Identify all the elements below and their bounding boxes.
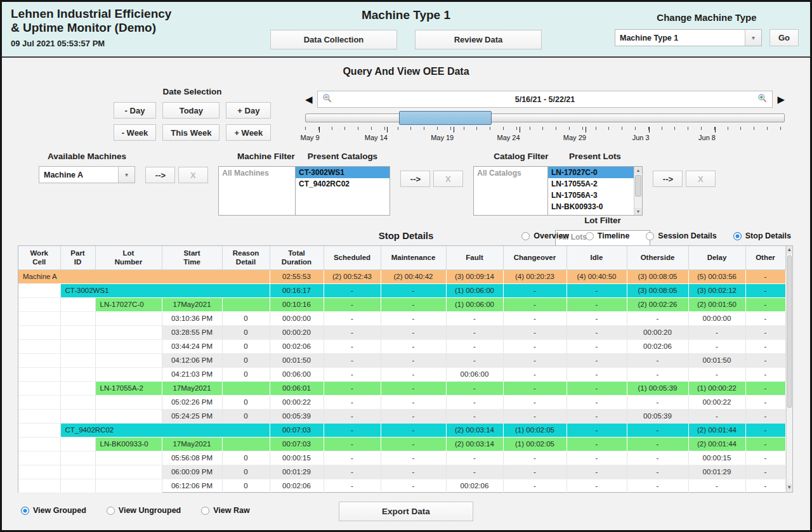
table-row-machine[interactable]: Machine A02:55:53(2) 00:52:43(2) 00:40:4… [18,269,785,283]
date-button-day[interactable]: - Day [114,102,157,119]
table-scrollbar[interactable]: ▲ ▼ [786,246,793,492]
list-item[interactable]: LN-17055A-2 [548,178,634,190]
table-cell: - [324,367,381,381]
chevron-down-icon[interactable]: ▾ [745,30,761,46]
lot-move-button[interactable]: --> [653,171,683,187]
timeline-axis-label: Jun 3 [641,127,658,141]
table-cell: - [627,353,688,367]
go-button[interactable]: Go [769,29,799,46]
table-row-detail[interactable]: 05:02:26 PM000:00:22------00:00:22- [18,395,785,409]
table-cell: (1) 00:05:39 [627,381,688,395]
table-cell: - [503,283,566,297]
table-row-detail[interactable]: 03:28:55 PM000:00:20-----00:00:20-- [18,325,785,339]
radio-view-raw[interactable]: View Raw [201,506,249,515]
table-row-detail[interactable]: 06:00:09 PM000:01:29------00:01:29- [18,465,785,479]
list-item[interactable]: LN-17027C-0 [548,167,634,178]
scroll-thumb[interactable] [787,256,792,408]
zoom-in-icon[interactable] [757,93,768,106]
table-cell: - [381,465,446,479]
table-cell: (2) 00:52:43 [324,269,381,283]
app-title: Lehnen Industrial Efficiency & Uptime Mo… [11,7,171,48]
scroll-up-icon[interactable]: ▲ [787,246,793,254]
table-row-detail[interactable]: 06:12:06 PM000:02:06--00:02:06----- [18,479,785,493]
table-cell: - [566,353,627,367]
timeline-axis-label: May 29 [575,127,598,141]
chevron-down-icon[interactable]: ▾ [118,167,134,183]
table-cell: 00:00:22 [688,395,745,409]
table-cell: - [745,395,785,409]
data-collection-button[interactable]: Data Collection [270,30,397,49]
export-data-button[interactable]: Export Data [339,502,473,521]
review-data-button[interactable]: Review Data [415,30,542,49]
table-cell: - [503,465,566,479]
table-row-detail[interactable]: 03:10:36 PM000:00:00------00:00:00- [18,311,785,325]
table-row-detail[interactable]: 05:24:25 PM000:05:39-----00:05:39-- [18,409,785,423]
timeline-track[interactable] [305,114,785,122]
table-cell: 03:28:55 PM [162,325,222,339]
table-cell: - [745,367,785,381]
scroll-down-icon[interactable]: ▼ [787,484,793,492]
lots-scrollbar[interactable]: ▲ ▼ [634,167,642,215]
table-cell: - [745,423,785,437]
radio-view-grouped[interactable]: View Grouped [21,506,86,515]
table-cell: (2) 00:01:44 [688,423,745,437]
table-cell: - [566,479,627,493]
date-button-today[interactable]: Today [162,102,219,119]
zoom-out-icon[interactable] [322,93,332,106]
axis-tick [319,127,320,133]
list-item[interactable]: CT-3002WS1 [296,167,390,178]
list-item[interactable]: LN-17056A-3 [548,190,634,201]
timeline-left-arrow-icon[interactable]: ◀ [305,94,313,104]
radio-icon [21,507,29,515]
table-cell: LN-17055A-2 [95,381,162,395]
catalog-remove-button[interactable]: X [433,171,463,187]
radio-icon [586,232,594,240]
table-row-detail[interactable]: 03:44:24 PM000:02:06-----00:02:06-- [18,339,785,353]
table-row-detail[interactable]: 05:56:08 PM000:00:15------00:00:15- [18,451,785,465]
table-cell: 05:02:26 PM [162,395,222,409]
table-row-catalog[interactable]: CT_9402RC0200:07:03--(2) 00:03:14(1) 00:… [18,423,785,437]
lot-remove-button[interactable]: X [686,171,716,187]
date-button-week[interactable]: + Week [226,124,271,141]
date-button-week[interactable]: - Week [114,124,157,141]
table-cell: - [381,311,446,325]
table-cell-empty [18,339,60,353]
available-machines-dropdown[interactable]: Machine A ▾ [39,166,135,183]
radio-overview[interactable]: Overview [521,231,569,240]
present-lots-listbox[interactable]: LN-17027C-0LN-17055A-2LN-17056A-3LN-BK00… [547,166,643,216]
radio-stop-details[interactable]: Stop Details [733,231,791,240]
timeline-right-arrow-icon[interactable]: ▶ [777,94,785,104]
date-button-this-week[interactable]: This Week [162,124,219,141]
table-row-catalog[interactable]: CT-3002WS100:16:17--(1) 00:06:00--(3) 00… [18,283,785,297]
date-selection-buttons: - DayToday+ Day- WeekThis Week+ Week [103,102,281,141]
radio-view-ungrouped[interactable]: View Ungrouped [107,506,181,515]
column-header: Delay [688,246,745,269]
table-row-lot[interactable]: LN-BK00933-017May202100:07:03--(2) 00:03… [18,437,785,451]
table-cell: - [566,297,627,311]
radio-icon [201,507,209,515]
table-cell: - [566,367,627,381]
scroll-up-icon[interactable]: ▲ [634,167,642,174]
scroll-down-icon[interactable]: ▼ [634,208,642,215]
table-row-detail[interactable]: 04:21:03 PM000:06:00--00:06:00----- [18,367,785,381]
table-cell: - [324,423,381,437]
present-catalogs-listbox[interactable]: CT-3002WS1CT_9402RC02 [295,166,390,216]
table-row-detail[interactable]: 04:12:06 PM000:01:50------00:01:50- [18,353,785,367]
machine-remove-button[interactable]: X [178,167,208,183]
date-button-day[interactable]: + Day [226,102,271,119]
timeline-range-box[interactable]: 5/16/21 - 5/22/21 [317,91,773,108]
machine-move-button[interactable]: --> [145,167,175,183]
table-cell: - [566,409,627,423]
table-row-lot[interactable]: LN-17027C-017May202100:10:16--(1) 00:06:… [18,297,785,311]
catalog-move-button[interactable]: --> [400,171,430,187]
table-row-lot[interactable]: LN-17055A-217May202100:06:01-----(1) 00:… [18,381,785,395]
scroll-thumb[interactable] [635,175,641,197]
list-item[interactable]: CT_9402RC02 [296,178,390,190]
list-item[interactable]: LN-BK00933-0 [548,201,634,212]
app-window: Lehnen Industrial Efficiency & Uptime Mo… [0,0,812,532]
radio-session-details[interactable]: Session Details [646,231,716,240]
machine-type-dropdown-value: Machine Type 1 [615,34,745,42]
radio-timeline[interactable]: Timeline [586,231,629,240]
machine-type-dropdown[interactable]: Machine Type 1 ▾ [615,29,762,46]
timeline-selection-handle[interactable] [399,111,492,125]
